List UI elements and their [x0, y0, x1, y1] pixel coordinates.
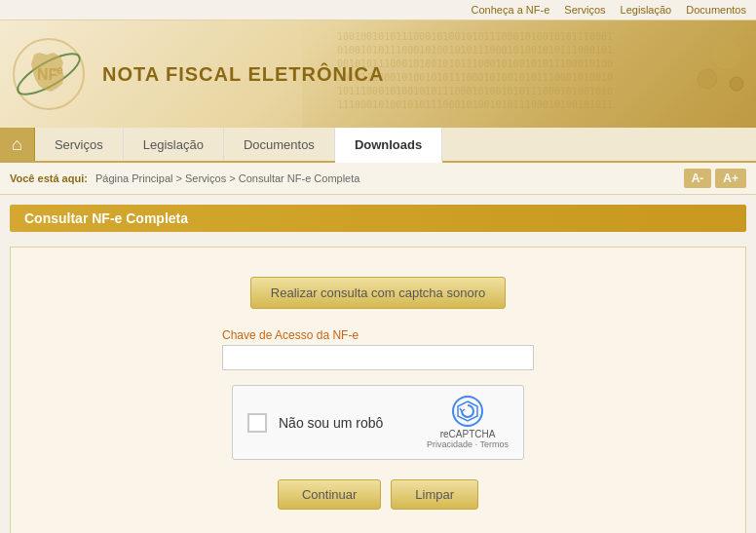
svg-point-4 — [713, 41, 740, 68]
svg-point-6 — [730, 77, 743, 91]
header: 1001001010111000101001010111000101001010… — [0, 20, 756, 128]
nav-item-documentos[interactable]: Documentos — [224, 128, 335, 161]
recaptcha-brand-text: reCAPTCHA — [440, 429, 496, 439]
topbar-link-conheca[interactable]: Conheça a NF-e — [472, 4, 550, 16]
topbar-link-documentos[interactable]: Documentos — [686, 4, 746, 16]
form-container: Realizar consulta com captcha sonoro Cha… — [10, 247, 746, 533]
nav-item-servicos[interactable]: Serviços — [35, 128, 124, 161]
top-bar: Conheça a NF-e Serviços Legislação Docum… — [0, 0, 756, 20]
section-title: Consultar NF-e Completa — [10, 205, 746, 232]
nav-home-button[interactable]: ⌂ — [0, 128, 35, 161]
recaptcha-terms-link: Termos — [479, 439, 509, 449]
breadcrumb-path: Página Principal > Serviços > Consultar … — [95, 172, 359, 184]
header-title: NOTA FISCAL ELETRÔNICA — [102, 63, 384, 86]
recaptcha-checkbox[interactable] — [247, 413, 267, 433]
svg-point-5 — [698, 69, 717, 89]
breadcrumb-bar: Você está aqui: Página Principal > Servi… — [0, 163, 756, 195]
access-key-input[interactable] — [222, 345, 534, 370]
recaptcha-label: Não sou um robô — [279, 415, 383, 431]
breadcrumb-prefix-label: Você está aqui: — [10, 172, 88, 184]
topbar-link-legislacao[interactable]: Legislação — [621, 4, 672, 16]
access-key-label: Chave de Acesso da NF-e — [222, 328, 534, 342]
breadcrumb: Você está aqui: Página Principal > Servi… — [10, 172, 359, 184]
recaptcha-left-area: Não sou um robô — [247, 413, 383, 433]
clear-button[interactable]: Limpar — [391, 479, 478, 510]
recaptcha-links: Privacidade · Termos — [427, 439, 509, 449]
topbar-link-servicos[interactable]: Serviços — [564, 4, 605, 16]
access-key-field-group: Chave de Acesso da NF-e — [222, 328, 534, 370]
header-title-text: NOTA FISCAL ELETRÔNICA — [102, 63, 384, 86]
nav-item-legislacao[interactable]: Legislação — [124, 128, 224, 161]
captcha-audio-button[interactable]: Realizar consulta com captcha sonoro — [250, 277, 506, 309]
recaptcha-widget[interactable]: Não sou um robô reCAPTCHA Privacidade · … — [232, 385, 524, 460]
nav-item-downloads[interactable]: Downloads — [335, 128, 442, 163]
main-content: Realizar consulta com captcha sonoro Cha… — [0, 232, 756, 533]
font-controls: A- A+ — [684, 169, 746, 188]
home-icon: ⌂ — [12, 134, 22, 155]
nfe-logo: NF -e — [10, 35, 88, 113]
font-increase-button[interactable]: A+ — [715, 169, 746, 188]
recaptcha-right-area: reCAPTCHA Privacidade · Termos — [427, 396, 509, 449]
header-sphere-decoration — [668, 35, 746, 113]
recaptcha-logo-icon — [452, 396, 483, 427]
svg-text:-e: -e — [53, 63, 63, 77]
nav-bar: ⌂ Serviços Legislação Documentos Downloa… — [0, 128, 756, 163]
action-buttons: Continuar Limpar — [278, 479, 478, 510]
logo-area: NF -e NOTA FISCAL ELETRÔNICA — [10, 35, 384, 113]
recaptcha-privacy-link: Privacidade — [427, 439, 472, 449]
font-decrease-button[interactable]: A- — [684, 169, 712, 188]
continue-button[interactable]: Continuar — [278, 479, 381, 510]
